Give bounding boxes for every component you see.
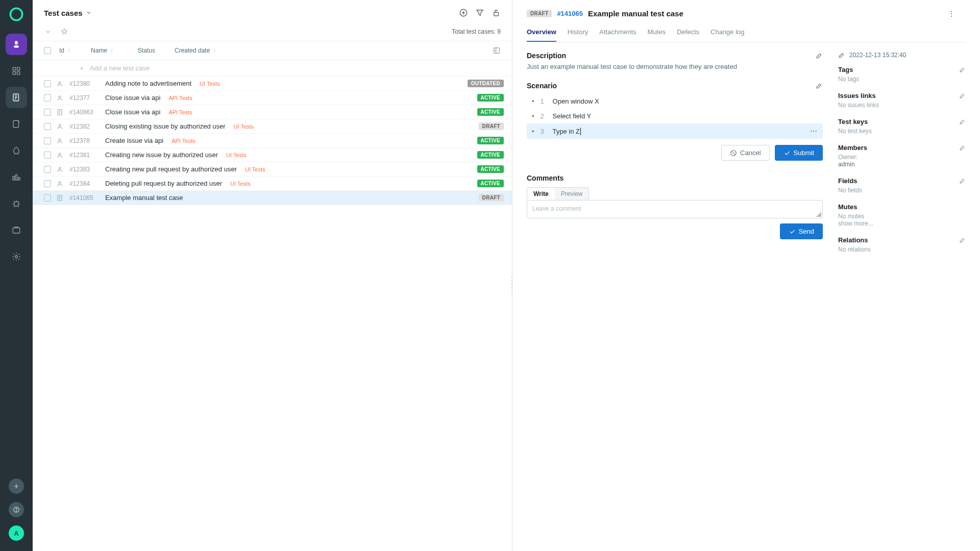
row-checkbox[interactable]: [44, 123, 51, 130]
row-checkbox[interactable]: [44, 109, 51, 116]
tags-value: No tags: [838, 76, 966, 83]
col-id[interactable]: Id: [59, 47, 85, 54]
col-created[interactable]: Created date: [175, 47, 226, 54]
tags-heading: Tags: [838, 66, 853, 73]
tab-defects[interactable]: Defects: [677, 25, 699, 42]
nav-settings-icon[interactable]: [6, 246, 27, 267]
edit-scenario-button[interactable]: [816, 82, 823, 89]
step-text[interactable]: Type in Z: [553, 128, 581, 135]
comment-input[interactable]: Leave a comment: [527, 200, 823, 218]
row-name: Deleting pull request by authorized user: [105, 180, 222, 187]
row-tag: UI Tests: [245, 166, 265, 172]
edit-issues-button[interactable]: [959, 92, 966, 99]
tab-history[interactable]: History: [568, 25, 588, 42]
col-name[interactable]: Name: [91, 47, 132, 54]
svg-point-27: [59, 153, 61, 155]
check-icon: [783, 149, 791, 157]
edit-timestamp-button[interactable]: [838, 52, 845, 59]
comment-tab-preview[interactable]: Preview: [555, 188, 589, 200]
svg-point-3: [15, 42, 16, 43]
edit-tags-button[interactable]: [959, 66, 966, 73]
select-all-checkbox[interactable]: [44, 47, 51, 54]
submit-button[interactable]: Submit: [775, 145, 823, 161]
nav-project-icon[interactable]: [6, 34, 27, 55]
resize-handle[interactable]: [816, 212, 821, 217]
col-status[interactable]: Status: [138, 47, 168, 54]
edit-relations-button[interactable]: [959, 237, 966, 243]
nav-plans-icon[interactable]: [6, 113, 27, 135]
scenario-step[interactable]: •2Select field Y: [527, 109, 823, 123]
step-number: 3: [541, 128, 547, 135]
row-name: Example manual test case: [105, 194, 183, 202]
scenario-step[interactable]: •1Open window X: [527, 94, 823, 109]
row-checkbox[interactable]: [44, 94, 51, 102]
timestamp-value: 2022-12-13 15:32:40: [849, 52, 906, 59]
test-list-pane: Test cases Total test cases: 9 Id Name S…: [33, 0, 512, 551]
edit-fields-button[interactable]: [959, 178, 966, 184]
svg-point-32: [951, 13, 952, 14]
person-icon: [56, 123, 64, 130]
star-icon[interactable]: [60, 28, 68, 36]
columns-config-button[interactable]: [493, 46, 501, 55]
tab-overview[interactable]: Overview: [527, 25, 556, 42]
svg-rect-8: [17, 72, 20, 74]
table-row[interactable]: #12378Create issue via apiAPI TestsACTIV…: [33, 134, 512, 148]
person-icon: [56, 80, 64, 87]
row-checkbox[interactable]: [44, 137, 51, 144]
cancel-button[interactable]: Cancel: [721, 145, 769, 161]
send-button[interactable]: Send: [780, 223, 823, 239]
row-status-badge: ACTIVE: [477, 94, 504, 102]
more-menu-button[interactable]: [947, 10, 955, 18]
edit-description-button[interactable]: [816, 52, 823, 59]
table-row[interactable]: #12384Deleting pull request by authorize…: [33, 177, 512, 191]
expand-icon[interactable]: [44, 28, 52, 36]
table-row[interactable]: #12383Creating new pull request by autho…: [33, 162, 512, 177]
table-row[interactable]: #12377Close issue via apiAPI TestsACTIVE: [33, 91, 512, 105]
nav-defects-icon[interactable]: [6, 193, 27, 214]
svg-point-36: [816, 131, 817, 132]
tab-attachments[interactable]: Attachments: [599, 25, 636, 42]
row-id: #12382: [69, 123, 100, 130]
row-checkbox[interactable]: [44, 194, 51, 202]
row-status-badge: ACTIVE: [477, 108, 504, 116]
edit-members-button[interactable]: [959, 144, 966, 151]
row-checkbox[interactable]: [44, 152, 51, 159]
testkeys-heading: Test keys: [838, 118, 868, 126]
row-checkbox[interactable]: [44, 166, 51, 173]
add-testcase-row[interactable]: Add a new test case: [33, 60, 512, 77]
table-row[interactable]: #141065Example manual test caseDRAFT: [33, 191, 512, 205]
tab-mutes[interactable]: Mutes: [648, 25, 666, 42]
row-checkbox[interactable]: [44, 80, 51, 87]
mutes-showmore[interactable]: show more...: [838, 220, 966, 227]
nav-launches-icon[interactable]: [6, 140, 27, 161]
tab-changelog[interactable]: Change log: [710, 25, 745, 42]
nav-testcases-icon[interactable]: [6, 87, 27, 108]
page-title[interactable]: Test cases: [44, 9, 92, 17]
nav-analytics-icon[interactable]: [6, 166, 27, 188]
step-menu-button[interactable]: [810, 127, 818, 135]
help-button[interactable]: [9, 502, 24, 517]
nav-jobs-icon[interactable]: [6, 219, 27, 241]
table-row[interactable]: #12382Closing existing issue by authoriz…: [33, 119, 512, 134]
row-checkbox[interactable]: [44, 180, 51, 187]
table-row[interactable]: #12381Creating new issue by authorized u…: [33, 148, 512, 162]
scenario-step[interactable]: •3Type in Z: [527, 123, 823, 139]
edit-testkeys-button[interactable]: [959, 118, 966, 125]
table-row[interactable]: #12380Adding note to advertisementUI Tes…: [33, 77, 512, 91]
scenario-list: •1Open window X•2Select field Y•3Type in…: [527, 94, 823, 139]
add-button[interactable]: [9, 479, 24, 494]
filter-button[interactable]: [475, 8, 484, 17]
issues-value: No issues links: [838, 102, 966, 109]
comment-tab-write[interactable]: Write: [527, 188, 555, 200]
lock-button[interactable]: [492, 8, 501, 17]
svg-point-4: [17, 42, 18, 43]
step-number: 2: [541, 112, 547, 120]
table-row[interactable]: #140863Close issue via apiAPI TestsACTIV…: [33, 105, 512, 119]
row-id: #141065: [69, 194, 100, 202]
add-testcase-button[interactable]: [459, 8, 468, 17]
mutes-heading: Mutes: [838, 203, 857, 211]
fields-heading: Fields: [838, 177, 857, 185]
nav-dashboard-icon[interactable]: [6, 60, 27, 82]
step-number: 1: [541, 97, 547, 105]
user-avatar[interactable]: A: [9, 525, 24, 541]
